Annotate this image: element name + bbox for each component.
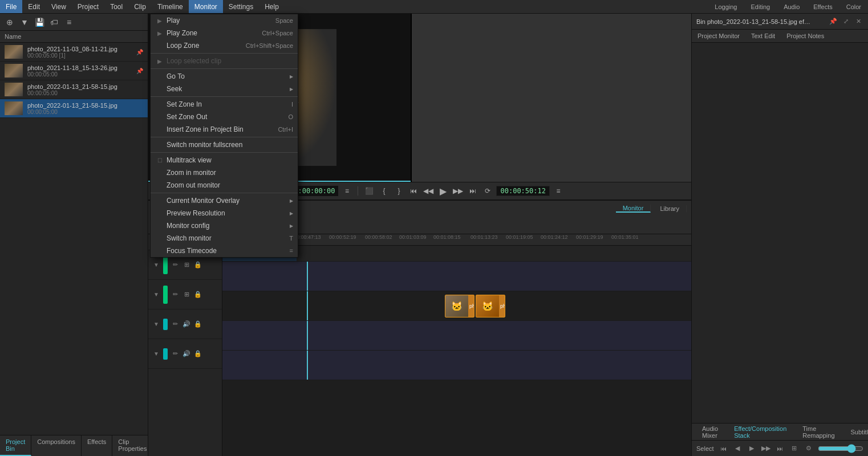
r-set-out-btn[interactable]: } bbox=[392, 185, 405, 197]
menu-item-zoom-in[interactable]: Zoom in monitor bbox=[151, 166, 298, 179]
multitrack-label: Multitrack view bbox=[167, 156, 293, 164]
menu-item-play-zone[interactable]: ▶ Play Zone Ctrl+Space bbox=[151, 27, 298, 39]
tab-effect-stack[interactable]: Effect/Composition Stack bbox=[728, 425, 792, 439]
r-step-back-btn[interactable]: ◀◀ bbox=[422, 185, 435, 197]
tab-project-bin[interactable]: Project Bin bbox=[0, 435, 31, 456]
menu-item-multitrack[interactable]: ☐ Multitrack view bbox=[151, 154, 298, 166]
file-item[interactable]: photo_2022-01-13_21-58-15.jpg 00:00:05:0… bbox=[0, 80, 148, 99]
tab-compositions[interactable]: Compositions bbox=[31, 435, 82, 456]
file-item[interactable]: photo_2021-11-18_15-13-26.jpg 00:00:05:0… bbox=[0, 62, 148, 80]
tab-time-remapping[interactable]: Time Remapping bbox=[797, 425, 840, 439]
add-clip-button[interactable]: ⊕ bbox=[3, 16, 16, 28]
menu-item-switch-fullscreen[interactable]: Switch monitor fullscreen bbox=[151, 139, 298, 151]
track-expand-v1[interactable]: ▼ bbox=[152, 260, 161, 270]
menu-project[interactable]: Project bbox=[72, 0, 104, 13]
save-button[interactable]: 💾 bbox=[33, 16, 46, 28]
file-item-selected[interactable]: photo_2022-01-13_21-58-15.jpg 00:00:05:0… bbox=[0, 99, 148, 118]
float-panel-btn[interactable]: ⤢ bbox=[841, 17, 851, 27]
ws-color[interactable]: Color bbox=[839, 0, 868, 13]
menu-file[interactable]: File bbox=[0, 0, 22, 13]
menu-item-go-to[interactable]: Go To bbox=[151, 70, 298, 83]
select-play[interactable]: ▶ bbox=[747, 443, 756, 454]
menu-item-set-zone-in[interactable]: Set Zone In I bbox=[151, 98, 298, 111]
menu-item-play[interactable]: ▶ Play Space bbox=[151, 14, 298, 27]
menu-item-focus-timecode[interactable]: Focus Timecode = bbox=[151, 245, 298, 257]
menu-help[interactable]: Help bbox=[259, 0, 285, 13]
tab-library[interactable]: Library bbox=[653, 205, 687, 212]
menu-item-switch-monitor[interactable]: Switch monitor T bbox=[151, 232, 298, 245]
menu-tool[interactable]: Tool bbox=[104, 0, 128, 13]
track-expand-a2[interactable]: ▼ bbox=[152, 349, 161, 359]
select-prev[interactable]: ⏮ bbox=[719, 443, 728, 454]
select-settings[interactable]: ⚙ bbox=[804, 443, 813, 454]
menu-item-monitor-config[interactable]: Monitor config bbox=[151, 219, 298, 232]
r-menu-btn[interactable]: ⬛ bbox=[363, 185, 375, 197]
tab-text-edit[interactable]: Text Edit bbox=[745, 30, 781, 42]
v1-split[interactable]: ⊞ bbox=[181, 260, 192, 270]
speed-slider[interactable] bbox=[818, 444, 863, 453]
clip-block-2[interactable]: 🐱 photo_2021- bbox=[476, 295, 505, 317]
a2-pencil[interactable]: ✏ bbox=[170, 349, 180, 359]
tab-monitor[interactable]: Monitor bbox=[616, 205, 651, 213]
v2-pencil[interactable]: ✏ bbox=[170, 290, 180, 300]
tab-project-monitor[interactable]: Project Monitor bbox=[692, 30, 745, 42]
a2-lock[interactable]: 🔒 bbox=[193, 349, 203, 359]
menu-item-zoom-out[interactable]: Zoom out monitor bbox=[151, 179, 298, 192]
r-set-in-btn[interactable]: { bbox=[378, 185, 390, 197]
ws-editing[interactable]: Editing bbox=[744, 0, 777, 13]
v2-lock[interactable]: 🔒 bbox=[193, 290, 203, 300]
monitor-settings-btn[interactable]: ≡ bbox=[340, 185, 353, 197]
v1-lock[interactable]: 🔒 bbox=[193, 260, 203, 270]
tab-subtitles[interactable]: Subtitles bbox=[845, 429, 868, 435]
menu-clip[interactable]: Clip bbox=[128, 0, 152, 13]
menu-settings[interactable]: Settings bbox=[223, 0, 259, 13]
file-name: photo_2021-11-03_08-11-21.jpg bbox=[27, 46, 132, 52]
tag-button[interactable]: 🏷 bbox=[48, 16, 60, 28]
ws-effects[interactable]: Effects bbox=[806, 0, 839, 13]
tab-audio-mixer[interactable]: Audio Mixer bbox=[696, 425, 724, 439]
select-prev2[interactable]: ◀ bbox=[733, 443, 743, 454]
v2-split[interactable]: ⊞ bbox=[181, 290, 192, 300]
toolbar-arrow[interactable]: ▼ bbox=[18, 16, 31, 28]
menu-view[interactable]: View bbox=[46, 0, 72, 13]
a1-pencil[interactable]: ✏ bbox=[170, 319, 180, 329]
track-expand-v2[interactable]: ▼ bbox=[152, 290, 161, 299]
ws-audio[interactable]: Audio bbox=[777, 0, 806, 13]
tab-clip-properties[interactable]: Clip Properties bbox=[112, 435, 153, 456]
select-next[interactable]: ▶▶ bbox=[761, 443, 770, 454]
menu-edit[interactable]: Edit bbox=[22, 0, 46, 13]
r-prev-btn[interactable]: ⏮ bbox=[407, 185, 420, 197]
r-step-fwd-btn[interactable]: ▶▶ bbox=[452, 185, 464, 197]
ws-logging[interactable]: Logging bbox=[708, 0, 744, 13]
v1-pencil[interactable]: ✏ bbox=[170, 260, 180, 270]
a1-lock[interactable]: 🔒 bbox=[193, 319, 203, 329]
file-thumbnail bbox=[5, 45, 23, 59]
menu-item-set-zone-out[interactable]: Set Zone Out O bbox=[151, 111, 298, 123]
pin-icon: 📌 bbox=[136, 49, 143, 55]
pin-panel-btn[interactable]: 📌 bbox=[828, 17, 838, 27]
switch-fullscreen-label: Switch monitor fullscreen bbox=[167, 141, 293, 149]
a2-volume[interactable]: 🔊 bbox=[181, 349, 192, 359]
track-expand-a1[interactable]: ▼ bbox=[152, 320, 161, 329]
switch-monitor-label: Switch monitor bbox=[167, 234, 285, 242]
menu-timeline[interactable]: Timeline bbox=[152, 0, 189, 13]
tab-effects[interactable]: Effects bbox=[82, 435, 112, 456]
r-settings-btn[interactable]: ≡ bbox=[552, 185, 565, 197]
menu-item-loop-zone[interactable]: Loop Zone Ctrl+Shift+Space bbox=[151, 39, 298, 52]
select-next2[interactable]: ⏭ bbox=[775, 443, 785, 454]
menu-item-current-overlay[interactable]: Current Monitor Overlay bbox=[151, 194, 298, 207]
menu-item-preview-res[interactable]: Preview Resolution bbox=[151, 207, 298, 219]
menu-item-insert-zone[interactable]: Insert Zone in Project Bin Ctrl+I bbox=[151, 123, 298, 136]
r-loop-btn[interactable]: ⟳ bbox=[481, 185, 494, 197]
r-play-btn[interactable]: ▶ bbox=[437, 185, 449, 197]
menu-dots[interactable]: ≡ bbox=[63, 16, 75, 28]
close-panel-btn[interactable]: ✕ bbox=[853, 17, 863, 27]
clip-block-1[interactable]: 🐱 photo_2021- bbox=[445, 295, 474, 317]
file-item[interactable]: photo_2021-11-03_08-11-21.jpg 00:00:05:0… bbox=[0, 43, 148, 62]
r-next-btn[interactable]: ⏭ bbox=[467, 185, 479, 197]
tab-project-notes[interactable]: Project Notes bbox=[781, 30, 830, 42]
select-grid[interactable]: ⊞ bbox=[789, 443, 799, 454]
menu-monitor[interactable]: Monitor bbox=[189, 0, 223, 13]
a1-volume[interactable]: 🔊 bbox=[181, 319, 192, 329]
menu-item-seek[interactable]: Seek bbox=[151, 83, 298, 95]
